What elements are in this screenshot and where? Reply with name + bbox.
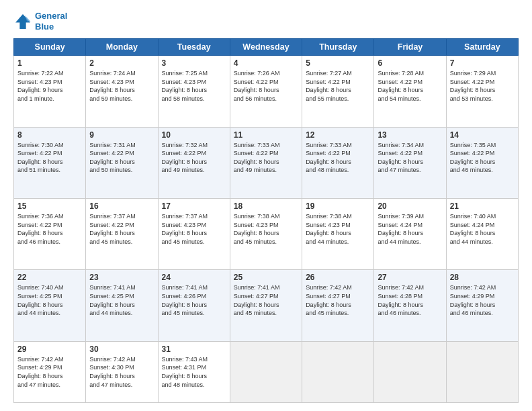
calendar-cell: 31Sunrise: 7:43 AM Sunset: 4:31 PM Dayli…	[158, 341, 230, 402]
calendar-cell: 20Sunrise: 7:39 AM Sunset: 4:24 PM Dayli…	[374, 199, 446, 270]
calendar-cell: 21Sunrise: 7:40 AM Sunset: 4:24 PM Dayli…	[446, 199, 518, 270]
calendar-cell: 5Sunrise: 7:27 AM Sunset: 4:22 PM Daylig…	[302, 56, 374, 127]
day-number: 16	[89, 201, 154, 211]
calendar-cell: 27Sunrise: 7:42 AM Sunset: 4:28 PM Dayli…	[374, 270, 446, 341]
day-info: Sunrise: 7:36 AM Sunset: 4:22 PM Dayligh…	[17, 212, 82, 246]
day-header-saturday: Saturday	[446, 39, 518, 56]
calendar-cell: 11Sunrise: 7:33 AM Sunset: 4:22 PM Dayli…	[230, 127, 302, 198]
day-number: 19	[306, 201, 370, 211]
calendar-table: SundayMondayTuesdayWednesdayThursdayFrid…	[13, 38, 519, 403]
day-header-sunday: Sunday	[14, 39, 86, 56]
day-number: 22	[17, 273, 82, 282]
day-number: 10	[162, 130, 226, 140]
day-info: Sunrise: 7:28 AM Sunset: 4:22 PM Dayligh…	[378, 69, 442, 103]
day-info: Sunrise: 7:40 AM Sunset: 4:25 PM Dayligh…	[17, 283, 82, 317]
calendar-cell: 14Sunrise: 7:35 AM Sunset: 4:22 PM Dayli…	[446, 127, 518, 198]
calendar-cell: 26Sunrise: 7:42 AM Sunset: 4:27 PM Dayli…	[302, 270, 374, 341]
day-number: 12	[306, 130, 370, 140]
day-info: Sunrise: 7:32 AM Sunset: 4:22 PM Dayligh…	[162, 141, 226, 175]
day-header-tuesday: Tuesday	[158, 39, 230, 56]
calendar-cell	[230, 341, 302, 402]
calendar-cell: 8Sunrise: 7:30 AM Sunset: 4:22 PM Daylig…	[14, 127, 86, 198]
day-number: 6	[378, 58, 442, 68]
day-number: 2	[89, 58, 154, 68]
day-info: Sunrise: 7:29 AM Sunset: 4:22 PM Dayligh…	[450, 69, 515, 103]
day-number: 13	[378, 130, 442, 140]
day-info: Sunrise: 7:41 AM Sunset: 4:25 PM Dayligh…	[89, 283, 154, 317]
day-info: Sunrise: 7:42 AM Sunset: 4:30 PM Dayligh…	[89, 355, 154, 389]
day-info: Sunrise: 7:38 AM Sunset: 4:23 PM Dayligh…	[306, 212, 370, 246]
day-header-monday: Monday	[86, 39, 158, 56]
day-number: 15	[17, 201, 82, 211]
day-info: Sunrise: 7:41 AM Sunset: 4:27 PM Dayligh…	[234, 283, 298, 317]
calendar-cell: 23Sunrise: 7:41 AM Sunset: 4:25 PM Dayli…	[86, 270, 158, 341]
day-header-thursday: Thursday	[302, 39, 374, 56]
day-info: Sunrise: 7:39 AM Sunset: 4:24 PM Dayligh…	[378, 212, 442, 246]
calendar-cell	[374, 341, 446, 402]
calendar-cell: 30Sunrise: 7:42 AM Sunset: 4:30 PM Dayli…	[86, 341, 158, 402]
calendar-cell: 13Sunrise: 7:34 AM Sunset: 4:22 PM Dayli…	[374, 127, 446, 198]
calendar-cell: 18Sunrise: 7:38 AM Sunset: 4:23 PM Dayli…	[230, 199, 302, 270]
day-info: Sunrise: 7:38 AM Sunset: 4:23 PM Dayligh…	[234, 212, 298, 246]
day-info: Sunrise: 7:31 AM Sunset: 4:22 PM Dayligh…	[89, 141, 154, 175]
day-info: Sunrise: 7:42 AM Sunset: 4:29 PM Dayligh…	[17, 355, 82, 389]
day-info: Sunrise: 7:42 AM Sunset: 4:27 PM Dayligh…	[306, 283, 370, 317]
calendar-cell: 16Sunrise: 7:37 AM Sunset: 4:22 PM Dayli…	[86, 199, 158, 270]
calendar-cell: 24Sunrise: 7:41 AM Sunset: 4:26 PM Dayli…	[158, 270, 230, 341]
calendar-cell: 28Sunrise: 7:42 AM Sunset: 4:29 PM Dayli…	[446, 270, 518, 341]
day-info: Sunrise: 7:42 AM Sunset: 4:29 PM Dayligh…	[450, 283, 515, 317]
day-number: 3	[162, 58, 226, 68]
day-number: 24	[162, 273, 226, 282]
day-header-wednesday: Wednesday	[230, 39, 302, 56]
day-number: 18	[234, 201, 298, 211]
calendar-cell	[446, 341, 518, 402]
day-number: 5	[306, 58, 370, 68]
page: General Blue SundayMondayTuesdayWednesda…	[0, 0, 532, 411]
day-info: Sunrise: 7:30 AM Sunset: 4:22 PM Dayligh…	[17, 141, 82, 175]
day-number: 23	[89, 273, 154, 282]
day-info: Sunrise: 7:42 AM Sunset: 4:28 PM Dayligh…	[378, 283, 442, 317]
day-number: 7	[450, 58, 515, 68]
day-number: 17	[162, 201, 226, 211]
day-number: 11	[234, 130, 298, 140]
calendar-cell: 4Sunrise: 7:26 AM Sunset: 4:22 PM Daylig…	[230, 56, 302, 127]
day-number: 9	[89, 130, 154, 140]
logo-icon	[13, 12, 32, 31]
logo-text: General Blue	[35, 11, 67, 32]
day-info: Sunrise: 7:37 AM Sunset: 4:23 PM Dayligh…	[162, 212, 226, 246]
day-number: 8	[17, 130, 82, 140]
day-info: Sunrise: 7:35 AM Sunset: 4:22 PM Dayligh…	[450, 141, 515, 175]
day-info: Sunrise: 7:22 AM Sunset: 4:23 PM Dayligh…	[17, 69, 82, 103]
calendar-cell: 10Sunrise: 7:32 AM Sunset: 4:22 PM Dayli…	[158, 127, 230, 198]
day-info: Sunrise: 7:41 AM Sunset: 4:26 PM Dayligh…	[162, 283, 226, 317]
day-number: 27	[378, 273, 442, 282]
day-info: Sunrise: 7:26 AM Sunset: 4:22 PM Dayligh…	[234, 69, 298, 103]
day-number: 31	[162, 345, 226, 354]
calendar-cell: 1Sunrise: 7:22 AM Sunset: 4:23 PM Daylig…	[14, 56, 86, 127]
day-info: Sunrise: 7:33 AM Sunset: 4:22 PM Dayligh…	[234, 141, 298, 175]
day-number: 30	[89, 345, 154, 354]
header: General Blue	[13, 11, 519, 32]
calendar-cell: 22Sunrise: 7:40 AM Sunset: 4:25 PM Dayli…	[14, 270, 86, 341]
day-info: Sunrise: 7:33 AM Sunset: 4:22 PM Dayligh…	[306, 141, 370, 175]
days-header-row: SundayMondayTuesdayWednesdayThursdayFrid…	[14, 39, 519, 56]
day-number: 14	[450, 130, 515, 140]
day-number: 21	[450, 201, 515, 211]
day-info: Sunrise: 7:24 AM Sunset: 4:23 PM Dayligh…	[89, 69, 154, 103]
calendar-cell: 17Sunrise: 7:37 AM Sunset: 4:23 PM Dayli…	[158, 199, 230, 270]
calendar-cell: 6Sunrise: 7:28 AM Sunset: 4:22 PM Daylig…	[374, 56, 446, 127]
calendar-cell: 25Sunrise: 7:41 AM Sunset: 4:27 PM Dayli…	[230, 270, 302, 341]
day-info: Sunrise: 7:37 AM Sunset: 4:22 PM Dayligh…	[89, 212, 154, 246]
calendar-cell: 7Sunrise: 7:29 AM Sunset: 4:22 PM Daylig…	[446, 56, 518, 127]
day-info: Sunrise: 7:27 AM Sunset: 4:22 PM Dayligh…	[306, 69, 370, 103]
day-number: 29	[17, 345, 82, 354]
day-info: Sunrise: 7:40 AM Sunset: 4:24 PM Dayligh…	[450, 212, 515, 246]
day-info: Sunrise: 7:25 AM Sunset: 4:23 PM Dayligh…	[162, 69, 226, 103]
day-info: Sunrise: 7:34 AM Sunset: 4:22 PM Dayligh…	[378, 141, 442, 175]
day-header-friday: Friday	[374, 39, 446, 56]
calendar-cell: 29Sunrise: 7:42 AM Sunset: 4:29 PM Dayli…	[14, 341, 86, 402]
calendar-cell: 3Sunrise: 7:25 AM Sunset: 4:23 PM Daylig…	[158, 56, 230, 127]
day-number: 4	[234, 58, 298, 68]
calendar-cell: 19Sunrise: 7:38 AM Sunset: 4:23 PM Dayli…	[302, 199, 374, 270]
calendar-cell: 9Sunrise: 7:31 AM Sunset: 4:22 PM Daylig…	[86, 127, 158, 198]
